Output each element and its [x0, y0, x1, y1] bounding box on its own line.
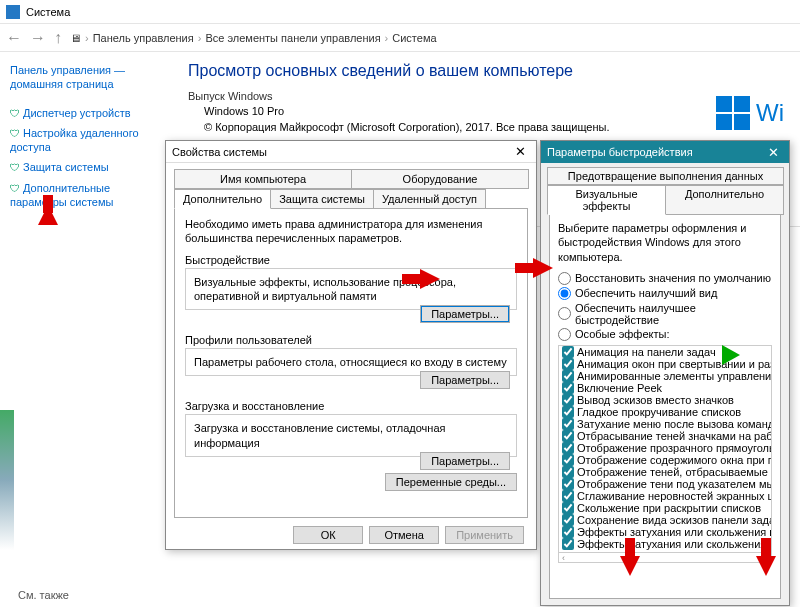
- system-properties-dialog: Свойства системы ✕ Имя компьютера Оборуд…: [165, 140, 537, 550]
- group-profiles-desc: Параметры рабочего стола, относящиеся ко…: [194, 355, 508, 369]
- window-titlebar: Система: [0, 0, 800, 24]
- sidebar-link-device-manager[interactable]: Диспетчер устройств: [10, 103, 162, 123]
- windows-logo: Wi: [716, 96, 784, 130]
- dlg1-apply-button[interactable]: Применить: [445, 526, 524, 544]
- edition-label: Выпуск Windows: [188, 90, 784, 102]
- group-recovery-title: Загрузка и восстановление: [185, 400, 517, 412]
- breadcrumb-item[interactable]: Система: [392, 32, 436, 44]
- effect-checkbox[interactable]: Отображение содержимого окна при перетас…: [559, 454, 771, 466]
- effect-checkbox[interactable]: Отображение теней, отбрасываемые окнами: [559, 466, 771, 478]
- radio-option[interactable]: Особые эффекты:: [558, 328, 772, 341]
- navbar: ← → ↑ 🖥 › Панель управления › Все элемен…: [0, 24, 800, 52]
- breadcrumb-monitor-icon: 🖥: [70, 32, 81, 44]
- group-profiles-title: Профили пользователей: [185, 334, 517, 346]
- copyright: © Корпорация Майкрософт (Microsoft Corpo…: [204, 121, 784, 133]
- dlg1-ok-button[interactable]: ОК: [293, 526, 363, 544]
- tab-advanced[interactable]: Дополнительно: [174, 189, 271, 209]
- effect-checkbox[interactable]: Вывод эскизов вместо значков: [559, 394, 771, 406]
- effect-checkbox[interactable]: Скольжение при раскрытии списков: [559, 502, 771, 514]
- tab-remote[interactable]: Удаленный доступ: [373, 189, 486, 209]
- dlg1-cancel-button[interactable]: Отмена: [369, 526, 439, 544]
- effect-checkbox[interactable]: Сглаживание неровностей экранных шрифтов: [559, 490, 771, 502]
- dialog1-title: Свойства системы: [172, 146, 267, 158]
- effect-checkbox[interactable]: Анимированные элементы управления и элем…: [559, 370, 771, 382]
- performance-settings-button[interactable]: Параметры...: [420, 305, 510, 323]
- sidebar-home[interactable]: Панель управления — домашняя страница: [10, 60, 162, 95]
- tab-visual-effects[interactable]: Визуальные эффекты: [547, 185, 666, 215]
- effect-checkbox[interactable]: Эффекты затухания или скольжения при обр…: [559, 526, 771, 538]
- recovery-settings-button[interactable]: Параметры...: [420, 452, 510, 470]
- tab-advanced2[interactable]: Дополнительно: [665, 185, 784, 215]
- effect-checkbox[interactable]: Сохранение вида эскизов панели задач: [559, 514, 771, 526]
- radio-option[interactable]: Восстановить значения по умолчанию: [558, 272, 772, 285]
- tab-hardware[interactable]: Оборудование: [351, 169, 529, 189]
- effect-checkbox[interactable]: Эффекты затухания или скольжения при поя…: [559, 538, 771, 550]
- dlg2-intro: Выберите параметры оформления и быстроде…: [558, 221, 772, 264]
- effect-checkbox[interactable]: Включение Peek: [559, 382, 771, 394]
- scroll-hint: ‹: [558, 553, 772, 563]
- page-title: Просмотр основных сведений о вашем компь…: [188, 62, 784, 80]
- effect-checkbox[interactable]: Отображение тени под указателем мыши: [559, 478, 771, 490]
- desktop-sliver: [0, 410, 14, 550]
- sidebar-link-protection[interactable]: Защита системы: [10, 157, 162, 177]
- close-icon[interactable]: ✕: [763, 145, 783, 160]
- radio-option[interactable]: Обеспечить наилучшее быстродействие: [558, 302, 772, 326]
- sidebar-link-remote[interactable]: Настройка удаленного доступа: [10, 123, 162, 158]
- group-recovery-desc: Загрузка и восстановление системы, отлад…: [194, 421, 508, 450]
- group-performance-desc: Визуальные эффекты, использование процес…: [194, 275, 508, 304]
- tab-dep[interactable]: Предотвращение выполнения данных: [547, 167, 784, 185]
- effect-checkbox[interactable]: Отбрасывание теней значками на рабочем с…: [559, 430, 771, 442]
- sidebar-link-advanced[interactable]: Дополнительные параметры системы: [10, 178, 162, 213]
- see-also-label: См. также: [18, 589, 69, 601]
- tab-protection[interactable]: Защита системы: [270, 189, 374, 209]
- breadcrumb: 🖥 › Панель управления › Все элементы пан…: [70, 32, 437, 44]
- nav-up-icon[interactable]: ↑: [54, 29, 62, 47]
- breadcrumb-item[interactable]: Все элементы панели управления: [205, 32, 380, 44]
- window-title: Система: [26, 6, 70, 18]
- edition-value: Windows 10 Pro: [204, 105, 784, 117]
- effect-checkbox[interactable]: Затухание меню после вызова команды: [559, 418, 771, 430]
- dlg1-intro: Необходимо иметь права администратора дл…: [185, 217, 517, 246]
- env-vars-button[interactable]: Переменные среды...: [385, 473, 517, 491]
- annotation-play-icon: [722, 345, 750, 365]
- effects-checklist[interactable]: Анимация на панели задачАнимация окон пр…: [558, 345, 772, 553]
- group-performance-title: Быстродействие: [185, 254, 517, 266]
- sidebar: Панель управления — домашняя страница Ди…: [0, 52, 172, 220]
- nav-forward-icon[interactable]: →: [30, 29, 46, 47]
- breadcrumb-item[interactable]: Панель управления: [93, 32, 194, 44]
- tab-computer-name[interactable]: Имя компьютера: [174, 169, 352, 189]
- profiles-settings-button[interactable]: Параметры...: [420, 371, 510, 389]
- effect-checkbox[interactable]: Отображение прозрачного прямоугольника в…: [559, 442, 771, 454]
- radio-option[interactable]: Обеспечить наилучший вид: [558, 287, 772, 300]
- performance-options-dialog: Параметры быстродействия ✕ Предотвращени…: [540, 140, 790, 606]
- effect-checkbox[interactable]: Гладкое прокручивание списков: [559, 406, 771, 418]
- dialog2-title: Параметры быстродействия: [547, 146, 693, 158]
- system-icon: [6, 5, 20, 19]
- close-icon[interactable]: ✕: [510, 144, 530, 159]
- nav-back-icon[interactable]: ←: [6, 29, 22, 47]
